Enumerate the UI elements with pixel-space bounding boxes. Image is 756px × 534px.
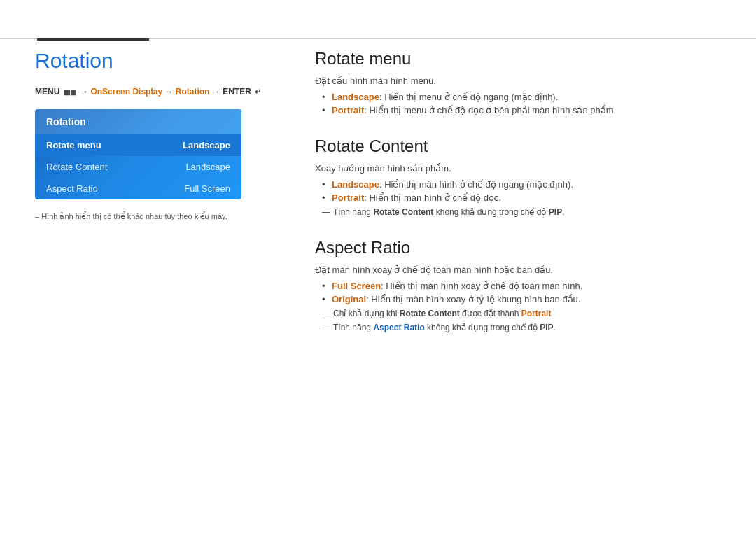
arrow1: → bbox=[80, 87, 88, 97]
osd-row-value-1: Landscape bbox=[186, 162, 230, 172]
enter-label: ENTER bbox=[223, 87, 251, 97]
osd-rows-container: Rotate menuLandscapeRotate ContentLandsc… bbox=[35, 134, 241, 199]
bullet-list-rotate-menu: Landscape: Hiển thị menu ở chế độ ngang … bbox=[322, 92, 721, 115]
enter-icon: ↵ bbox=[255, 87, 261, 96]
menu-path: MENU ▦▦ → OnScreen Display → Rotation → … bbox=[35, 87, 266, 97]
bullet-highlight-rotate-content-1: Portrait bbox=[332, 192, 364, 203]
arrow2: → bbox=[164, 87, 173, 97]
bullet-highlight-rotate-menu-0: Landscape bbox=[332, 92, 379, 102]
bullet-list-aspect-ratio: Full Screen: Hiển thị màn hình xoay ở ch… bbox=[322, 281, 721, 304]
top-accent-line bbox=[37, 38, 149, 41]
osd-row-1: Rotate ContentLandscape bbox=[35, 156, 241, 178]
osd-row-value-2: Full Screen bbox=[184, 183, 230, 194]
page-title: Rotation bbox=[35, 49, 266, 73]
section-title-rotate-content: Rotate Content bbox=[315, 136, 721, 156]
section-desc-rotate-menu: Đặt cấu hình màn hình menu. bbox=[315, 76, 721, 86]
osd-row-2: Aspect RatioFull Screen bbox=[35, 178, 241, 199]
arrow3: → bbox=[212, 87, 220, 97]
section-rotate-content: Rotate ContentXoay hướng màn hình sản ph… bbox=[315, 136, 721, 217]
bullet-item-aspect-ratio-1: Original: Hiển thị màn hình xoay ở tỷ lệ… bbox=[322, 294, 721, 304]
menu-label: MENU bbox=[35, 87, 59, 97]
note-line-aspect-ratio-0: Chỉ khả dụng khi Rotate Content được đặt… bbox=[315, 309, 721, 318]
section-desc-rotate-content: Xoay hướng màn hình sản phẩm. bbox=[315, 163, 721, 174]
image-note: – Hình ảnh hiển thị có thể khác nhau tùy… bbox=[35, 212, 266, 221]
bullet-item-rotate-menu-0: Landscape: Hiển thị menu ở chế độ ngang … bbox=[322, 92, 721, 102]
osd-row-label-0: Rotate menu bbox=[46, 140, 102, 150]
note-line-rotate-content-0: Tính năng Rotate Content không khả dụng … bbox=[315, 207, 721, 217]
osd-row-label-1: Rotate Content bbox=[46, 162, 107, 172]
sections-container: Rotate menuĐặt cấu hình màn hình menu.La… bbox=[315, 49, 721, 332]
section-title-rotate-menu: Rotate menu bbox=[315, 49, 721, 69]
osd-row-0[interactable]: Rotate menuLandscape bbox=[35, 134, 241, 156]
section-aspect-ratio: Aspect RatioĐặt màn hình xoay ở chế độ t… bbox=[315, 238, 721, 332]
section-rotate-menu: Rotate menuĐặt cấu hình màn hình menu.La… bbox=[315, 49, 721, 115]
bullet-item-rotate-content-1: Portrait: Hiển thị màn hình ở chế độ dọc… bbox=[322, 192, 721, 203]
menu-icon: ▦▦ bbox=[64, 88, 76, 96]
note-line-aspect-ratio-1: Tính năng Aspect Ratio không khả dụng tr… bbox=[315, 323, 721, 332]
section-desc-aspect-ratio: Đặt màn hình xoay ở chế độ toàn màn hình… bbox=[315, 265, 721, 275]
bullet-highlight-rotate-content-0: Landscape bbox=[332, 179, 379, 190]
bullet-item-rotate-menu-1: Portrait: Hiển thị menu ở chế độ dọc ở b… bbox=[322, 105, 721, 115]
bullet-highlight-aspect-ratio-0: Full Screen bbox=[332, 281, 381, 291]
bullet-highlight-rotate-menu-1: Portrait bbox=[332, 105, 364, 115]
right-column: Rotate menuĐặt cấu hình màn hình menu.La… bbox=[287, 49, 721, 353]
bullet-list-rotate-content: Landscape: Hiển thị màn hình ở chế độ ng… bbox=[322, 179, 721, 203]
osd-row-label-2: Aspect Ratio bbox=[46, 183, 98, 194]
bullet-item-rotate-content-0: Landscape: Hiển thị màn hình ở chế độ ng… bbox=[322, 179, 721, 190]
section-title-aspect-ratio: Aspect Ratio bbox=[315, 238, 721, 258]
onscreen-display-link: OnScreen Display bbox=[90, 87, 162, 97]
osd-menu-box: Rotation Rotate menuLandscapeRotate Cont… bbox=[35, 109, 241, 199]
bullet-highlight-aspect-ratio-1: Original bbox=[332, 294, 366, 304]
bullet-item-aspect-ratio-0: Full Screen: Hiển thị màn hình xoay ở ch… bbox=[322, 281, 721, 291]
osd-title: Rotation bbox=[35, 109, 241, 134]
osd-row-value-0: Landscape bbox=[183, 140, 230, 150]
left-column: Rotation MENU ▦▦ → OnScreen Display → Ro… bbox=[35, 49, 287, 353]
rotation-link: Rotation bbox=[176, 87, 210, 97]
